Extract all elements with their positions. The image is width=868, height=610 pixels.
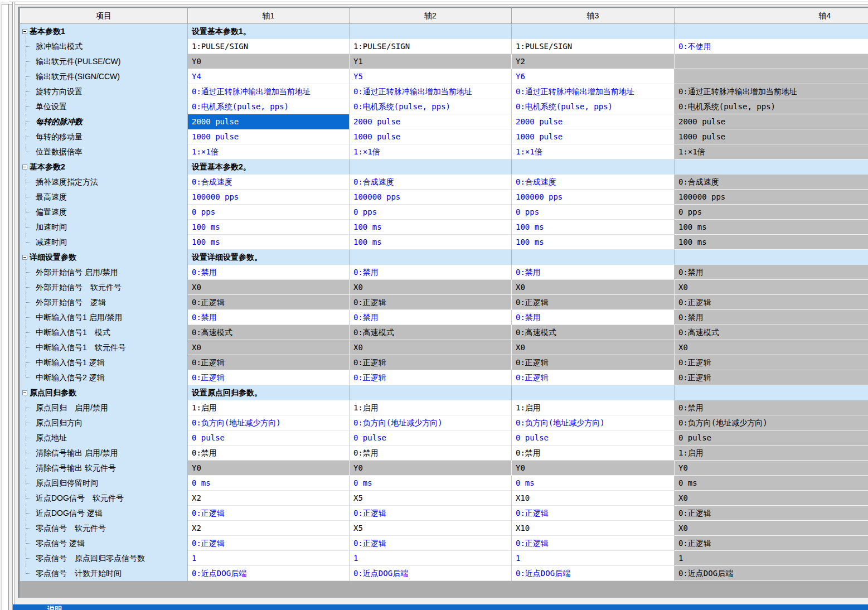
param-cell-axis2[interactable]: 0:正逻辑 xyxy=(350,295,512,310)
param-cell-axis1[interactable]: 1:启用 xyxy=(188,400,350,415)
param-cell-axis1[interactable]: X2 xyxy=(188,491,350,506)
param-cell-axis3[interactable]: X10 xyxy=(512,521,675,536)
param-cell-axis4[interactable]: 0:正逻辑 xyxy=(675,506,868,521)
param-cell-axis1[interactable]: 0 ms xyxy=(188,476,350,491)
param-cell-axis1[interactable]: 100 ms xyxy=(188,220,350,235)
param-cell-axis3[interactable]: 0:正逻辑 xyxy=(512,536,675,551)
param-cell-axis3[interactable]: 0:高速模式 xyxy=(512,325,675,340)
param-cell-axis3[interactable]: 100000 pps xyxy=(512,190,675,205)
param-cell-axis2[interactable]: 100 ms xyxy=(350,235,512,250)
param-cell-axis4[interactable]: 100000 pps xyxy=(675,190,868,205)
param-cell-axis4[interactable]: 0:负方向(地址减少方向) xyxy=(675,415,868,430)
param-cell-axis4[interactable]: 1 xyxy=(675,551,868,566)
param-cell-axis2[interactable]: 0:电机系统(pulse, pps) xyxy=(350,99,512,114)
param-cell-axis3[interactable]: 0 ms xyxy=(512,476,675,491)
param-cell-axis3[interactable]: 2000 pulse xyxy=(512,114,675,129)
param-cell-axis4[interactable]: 0:正逻辑 xyxy=(675,295,868,310)
param-cell-axis1[interactable]: X0 xyxy=(188,340,350,355)
param-cell-axis2[interactable]: Y0 xyxy=(350,461,512,476)
param-cell-axis2[interactable]: Y1 xyxy=(350,54,512,69)
param-cell-axis4[interactable]: 100 ms xyxy=(675,235,868,250)
param-cell-axis2[interactable]: 0:负方向(地址减少方向) xyxy=(350,415,512,430)
param-cell-axis4[interactable]: X0 xyxy=(675,280,868,295)
param-cell-axis4[interactable]: 1:×1倍 xyxy=(675,144,868,159)
param-cell-axis4[interactable]: 0:禁用 xyxy=(675,265,868,280)
param-cell-axis2[interactable]: 0 ms xyxy=(350,476,512,491)
param-cell-axis3[interactable]: X0 xyxy=(512,280,675,295)
param-cell-axis3[interactable]: 1:启用 xyxy=(512,400,675,415)
param-cell-axis3[interactable]: Y2 xyxy=(512,54,675,69)
param-cell-axis1[interactable]: X0 xyxy=(188,280,350,295)
param-cell-axis3[interactable]: 0 pulse xyxy=(512,430,675,446)
param-cell-axis1[interactable]: 0:正逻辑 xyxy=(188,506,350,521)
param-cell-axis3[interactable]: 0:合成速度 xyxy=(512,175,675,190)
param-cell-axis2[interactable]: 1000 pulse xyxy=(350,129,512,144)
param-cell-axis2[interactable]: 0:正逻辑 xyxy=(350,370,512,385)
param-cell-axis2[interactable]: 1 xyxy=(350,551,512,566)
param-cell-axis1[interactable]: 0:电机系统(pulse, pps) xyxy=(188,99,350,114)
param-cell-axis3[interactable]: 0:电机系统(pulse, pps) xyxy=(512,99,675,114)
param-cell-axis2[interactable]: 0:正逻辑 xyxy=(350,506,512,521)
collapse-icon[interactable] xyxy=(22,255,27,260)
param-cell-axis2[interactable]: 0:禁用 xyxy=(350,310,512,325)
param-cell-axis3[interactable]: 0:正逻辑 xyxy=(512,295,675,310)
param-cell-axis2[interactable]: X0 xyxy=(350,340,512,355)
param-cell-axis1[interactable]: 100 ms xyxy=(188,235,350,250)
param-cell-axis1[interactable]: Y0 xyxy=(188,54,350,69)
collapse-icon[interactable] xyxy=(22,29,27,34)
param-cell-axis3[interactable]: 100 ms xyxy=(512,220,675,235)
param-cell-axis1[interactable]: 0:禁用 xyxy=(188,310,350,325)
param-cell-axis1[interactable]: 0:禁用 xyxy=(188,265,350,280)
param-cell-axis2[interactable]: 0 pulse xyxy=(350,430,512,446)
param-cell-axis2[interactable]: 1:×1倍 xyxy=(350,144,512,159)
param-cell-axis3[interactable]: Y0 xyxy=(512,461,675,476)
param-cell-axis1[interactable]: 0:正逻辑 xyxy=(188,536,350,551)
collapse-icon[interactable] xyxy=(22,164,27,170)
param-cell-axis1[interactable]: 2000 pulse xyxy=(188,114,350,129)
param-cell-axis3[interactable]: 0:禁用 xyxy=(512,446,675,461)
param-cell-axis1[interactable]: 1:PULSE/SIGN xyxy=(188,39,350,54)
param-cell-axis1[interactable]: X2 xyxy=(188,521,350,536)
param-cell-axis2[interactable]: 2000 pulse xyxy=(350,114,512,129)
param-cell-axis1[interactable]: Y0 xyxy=(188,461,350,476)
left-splitter[interactable] xyxy=(12,2,15,610)
param-cell-axis2[interactable]: Y5 xyxy=(350,69,512,84)
param-cell-axis4[interactable] xyxy=(675,69,868,84)
param-cell-axis3[interactable]: X0 xyxy=(512,340,675,355)
param-cell-axis4[interactable]: 100 ms xyxy=(675,220,868,235)
param-cell-axis4[interactable]: 1000 pulse xyxy=(675,129,868,144)
param-cell-axis2[interactable]: X5 xyxy=(350,521,512,536)
param-cell-axis2[interactable]: 0 pps xyxy=(350,205,512,220)
param-cell-axis3[interactable]: 0:禁用 xyxy=(512,265,675,280)
param-cell-axis4[interactable]: 0 pps xyxy=(675,205,868,220)
param-cell-axis4[interactable]: 0:正逻辑 xyxy=(675,355,868,370)
param-cell-axis3[interactable]: X10 xyxy=(512,491,675,506)
param-cell-axis2[interactable]: 0:正逻辑 xyxy=(350,355,512,370)
param-cell-axis4[interactable]: 0 ms xyxy=(675,476,868,491)
param-cell-axis3[interactable]: 0:近点DOG后端 xyxy=(512,566,675,581)
param-cell-axis3[interactable]: 1000 pulse xyxy=(512,129,675,144)
param-cell-axis1[interactable]: 0:通过正转脉冲输出增加当前地址 xyxy=(188,84,350,99)
param-cell-axis2[interactable]: 1:启用 xyxy=(350,400,512,415)
param-cell-axis3[interactable]: 0:负方向(地址减少方向) xyxy=(512,415,675,430)
param-cell-axis3[interactable]: 0:禁用 xyxy=(512,310,675,325)
param-cell-axis1[interactable]: 1:×1倍 xyxy=(188,144,350,159)
param-cell-axis4[interactable]: 0:通过正转脉冲输出增加当前地址 xyxy=(675,84,868,99)
param-cell-axis4[interactable] xyxy=(675,54,868,69)
param-cell-axis2[interactable]: 0:高速模式 xyxy=(350,325,512,340)
param-cell-axis2[interactable]: 0:通过正转脉冲输出增加当前地址 xyxy=(350,84,512,99)
param-cell-axis4[interactable]: 0:正逻辑 xyxy=(675,536,868,551)
param-cell-axis4[interactable]: X0 xyxy=(675,521,868,536)
param-cell-axis2[interactable]: 1:PULSE/SIGN xyxy=(350,39,512,54)
param-cell-axis2[interactable]: 0:禁用 xyxy=(350,446,512,461)
param-cell-axis2[interactable]: 0:正逻辑 xyxy=(350,536,512,551)
param-cell-axis2[interactable]: 100 ms xyxy=(350,220,512,235)
param-cell-axis4[interactable]: 0:禁用 xyxy=(675,310,868,325)
param-cell-axis1[interactable]: 1000 pulse xyxy=(188,129,350,144)
param-cell-axis2[interactable]: 0:合成速度 xyxy=(350,175,512,190)
param-cell-axis4[interactable]: X0 xyxy=(675,340,868,355)
param-cell-axis3[interactable]: 1:PULSE/SIGN xyxy=(512,39,675,54)
left-docked-panel-edge[interactable] xyxy=(2,4,9,610)
param-cell-axis1[interactable]: 0:禁用 xyxy=(188,446,350,461)
param-cell-axis2[interactable]: 100000 pps xyxy=(350,190,512,205)
